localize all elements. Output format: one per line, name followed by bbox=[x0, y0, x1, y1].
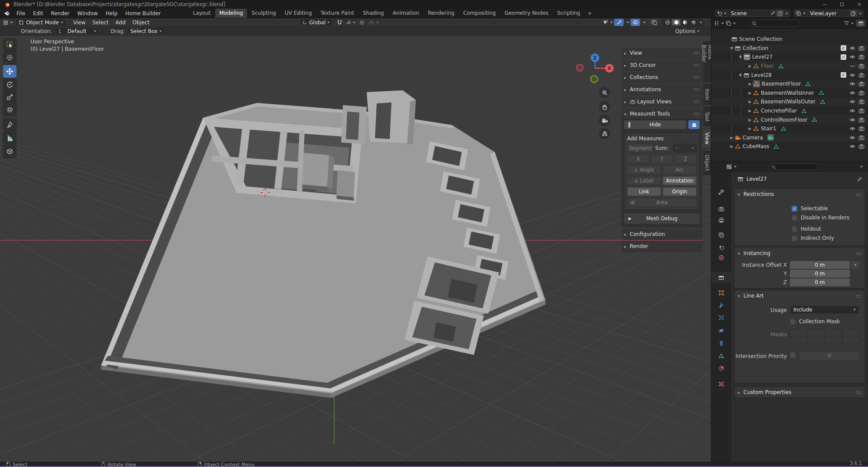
label-button[interactable]: aLabel bbox=[627, 176, 661, 185]
drag-handle-icon[interactable] bbox=[694, 88, 700, 91]
indirect-only-checkbox[interactable] bbox=[792, 235, 797, 241]
instance-offset-dropdown[interactable] bbox=[851, 261, 860, 269]
selectability-visibility-dropdown[interactable] bbox=[602, 19, 613, 26]
tab-tool[interactable] bbox=[711, 186, 731, 198]
disclosure-right-icon[interactable]: ▶ bbox=[729, 144, 735, 149]
panel-3d-cursor[interactable]: ▸3D Cursor bbox=[621, 60, 702, 70]
tab-render[interactable] bbox=[711, 203, 731, 215]
instancing-header[interactable]: ▾Instancing bbox=[735, 248, 865, 258]
outliner-display-mode-dropdown[interactable] bbox=[714, 20, 724, 26]
tab-view-layer[interactable] bbox=[711, 229, 731, 241]
tool-move[interactable] bbox=[3, 65, 16, 78]
measure-y-button[interactable]: Y bbox=[651, 155, 673, 163]
render-camera-icon[interactable] bbox=[858, 108, 865, 114]
eye-icon[interactable] bbox=[849, 143, 855, 149]
mesh-debug-button[interactable]: ▶ Mesh Debug bbox=[624, 213, 700, 224]
outliner-row-stair1[interactable]: ▶ Stair1 bbox=[711, 124, 868, 133]
eye-closed-icon[interactable] bbox=[849, 63, 855, 69]
shading-material-button[interactable] bbox=[681, 19, 689, 26]
panel-collections[interactable]: ▸Collections bbox=[621, 72, 702, 83]
close-button[interactable]: × bbox=[851, 0, 868, 9]
breadcrumb-name[interactable]: Level27 bbox=[746, 176, 767, 182]
overlays-dropdown-icon[interactable] bbox=[643, 22, 646, 23]
blender-menu-icon[interactable] bbox=[3, 11, 10, 16]
tool-add-cube[interactable] bbox=[3, 145, 16, 158]
outliner-row-floor[interactable]: ▶ Floor bbox=[711, 62, 868, 71]
disclosure-down-icon[interactable]: ▼ bbox=[729, 46, 735, 50]
measureit-hide-button[interactable]: ‖ Hide bbox=[624, 120, 686, 129]
disclosure-right-icon[interactable]: ▶ bbox=[747, 64, 753, 68]
disclosure-right-icon[interactable]: ▶ bbox=[747, 91, 753, 95]
drag-dropdown[interactable]: Select Box bbox=[127, 27, 165, 35]
disclosure-right-icon[interactable]: ▶ bbox=[747, 118, 753, 122]
panel-layout-views[interactable]: ▸Layout Views bbox=[621, 96, 702, 107]
snap-toggle-button[interactable] bbox=[335, 19, 344, 26]
instance-offset-x-field[interactable]: 0 m bbox=[790, 261, 850, 269]
outliner-filter-button[interactable] bbox=[844, 20, 854, 26]
render-camera-icon[interactable] bbox=[858, 90, 865, 96]
drag-handle-icon[interactable] bbox=[694, 100, 700, 103]
eye-icon[interactable] bbox=[849, 99, 855, 105]
sum-dropdown[interactable]: - bbox=[673, 144, 697, 152]
tab-output[interactable] bbox=[711, 215, 731, 226]
tab-physics[interactable] bbox=[711, 325, 731, 336]
tab-material[interactable] bbox=[711, 363, 731, 374]
tab-collection[interactable] bbox=[711, 272, 731, 283]
eye-icon[interactable] bbox=[849, 117, 855, 123]
pin-icon[interactable] bbox=[770, 10, 776, 16]
arc-button[interactable]: Arc bbox=[663, 166, 697, 174]
instance-offset-y-field[interactable]: 0 m bbox=[790, 270, 850, 278]
tool-rotate[interactable] bbox=[3, 78, 16, 91]
gizmos-dropdown-icon[interactable] bbox=[627, 22, 629, 23]
snap-target-dropdown[interactable] bbox=[346, 19, 355, 26]
new-collection-button[interactable] bbox=[856, 20, 865, 27]
annotation-button[interactable]: Annotation bbox=[663, 176, 697, 185]
exclude-checkbox[interactable]: ✓ bbox=[841, 54, 846, 60]
render-camera-icon[interactable] bbox=[858, 143, 865, 149]
link-button[interactable]: Link bbox=[627, 187, 661, 196]
collection-mask-checkbox[interactable] bbox=[790, 319, 796, 325]
holdout-row[interactable]: Holdout bbox=[792, 226, 821, 232]
outliner-row-camera[interactable]: ▶ Camera bbox=[711, 133, 868, 142]
render-camera-icon[interactable] bbox=[858, 45, 865, 51]
disable-in-renders-row[interactable]: Disable in Renders bbox=[792, 215, 849, 221]
shading-dropdown-icon[interactable] bbox=[700, 22, 702, 23]
scene-name[interactable]: Scene bbox=[728, 10, 770, 17]
disclosure-right-icon[interactable]: ▶ bbox=[747, 109, 753, 113]
indirect-only-row[interactable]: Indirect Only bbox=[792, 235, 834, 241]
panel-view[interactable]: ▸View bbox=[621, 48, 702, 58]
gizmo-minus-y-axis[interactable] bbox=[590, 75, 598, 83]
tool-measure[interactable] bbox=[3, 132, 16, 144]
overlays-toggle-button[interactable] bbox=[631, 19, 640, 26]
shading-wireframe-button[interactable] bbox=[663, 19, 672, 26]
menu-edit[interactable]: Edit bbox=[29, 9, 47, 18]
origin-button[interactable]: Origin bbox=[663, 187, 697, 196]
eye-icon[interactable] bbox=[849, 108, 855, 114]
tool-annotate[interactable] bbox=[3, 118, 16, 131]
area-button[interactable]: ⊞Area bbox=[627, 198, 697, 207]
disclosure-right-icon[interactable]: ▶ bbox=[747, 82, 753, 86]
workspace-tab-shading[interactable]: Shading bbox=[359, 9, 388, 18]
workspace-tab-layout[interactable]: Layout bbox=[189, 9, 214, 18]
menu-render[interactable]: Render bbox=[47, 9, 73, 18]
outliner-row-controlroomfloor[interactable]: ▶ ControlRoomFloor bbox=[711, 115, 868, 124]
gizmo-minus-x-axis[interactable] bbox=[576, 64, 584, 72]
menu-view[interactable]: View bbox=[70, 19, 89, 26]
menu-home-builder[interactable]: Home Builder bbox=[122, 9, 165, 18]
menu-file[interactable]: File bbox=[13, 9, 29, 18]
holdout-checkbox[interactable] bbox=[792, 226, 797, 232]
render-camera-icon[interactable] bbox=[858, 63, 865, 69]
eye-icon[interactable] bbox=[849, 45, 855, 51]
outliner-search-input[interactable] bbox=[749, 20, 800, 27]
angle-button[interactable]: ∧Angle bbox=[627, 166, 661, 174]
viewlayer-selector[interactable]: ViewLayer × bbox=[794, 10, 864, 17]
shading-rendered-button[interactable] bbox=[689, 19, 698, 26]
outliner-row-concretepillar[interactable]: ▶ ConcretePillar bbox=[711, 106, 868, 116]
instance-offset-z-field[interactable]: 0 m bbox=[790, 278, 850, 286]
workspace-tab-scripting[interactable]: Scripting bbox=[553, 9, 584, 18]
drag-handle-icon[interactable] bbox=[856, 252, 862, 255]
exclude-checkbox[interactable]: ✓ bbox=[841, 45, 846, 51]
masks-grid[interactable] bbox=[790, 330, 859, 343]
outliner-row-level27[interactable]: ▼ Level27 ✓ bbox=[711, 53, 868, 62]
panel-render[interactable]: ▸Render bbox=[621, 241, 702, 252]
